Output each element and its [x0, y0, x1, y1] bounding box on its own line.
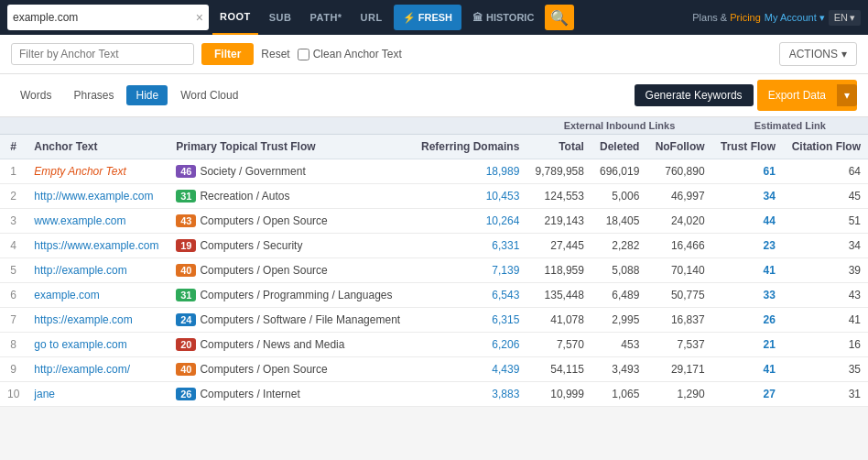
row-nofollow: 46,997 [646, 184, 711, 209]
row-trust-flow[interactable]: 33 [712, 283, 783, 308]
est-link-group-header: Estimated Link [712, 117, 868, 135]
row-trust-flow[interactable]: 41 [712, 357, 783, 382]
table-row: 8go to example.com20Computers / News and… [0, 333, 868, 357]
actions-button[interactable]: ACTIONS ▾ [779, 42, 857, 66]
tab-bar: Words Phrases Hide Word Cloud Generate K… [0, 74, 868, 117]
row-ref-domains[interactable]: 6,206 [412, 333, 527, 357]
search-go-button[interactable]: 🔍 [545, 5, 574, 30]
col-total[interactable]: Total [526, 135, 591, 159]
row-nofollow: 7,537 [646, 333, 711, 357]
row-ref-domains[interactable]: 7,139 [412, 258, 527, 283]
tab-words[interactable]: Words [11, 85, 60, 105]
table-row: 10jane26Computers / Internet3,88310,9991… [0, 382, 868, 407]
row-anchor[interactable]: http://example.com/ [27, 357, 168, 382]
table-container: External Inbound Links Estimated Link # … [0, 117, 868, 407]
filter-input[interactable] [11, 43, 194, 65]
row-citation-flow: 43 [783, 283, 868, 308]
row-trust-flow[interactable]: 23 [712, 234, 783, 258]
url-button[interactable]: URL [353, 0, 390, 35]
row-ref-domains[interactable]: 6,315 [412, 308, 527, 333]
tab-phrases[interactable]: Phrases [64, 85, 123, 105]
row-total: 41,078 [526, 308, 591, 333]
row-deleted: 2,282 [591, 234, 646, 258]
row-anchor[interactable]: jane [27, 382, 168, 407]
row-anchor[interactable]: http://example.com [27, 258, 168, 283]
table-row: 2http://www.example.com31Recreation / Au… [0, 184, 868, 209]
row-ref-domains[interactable]: 6,331 [412, 234, 527, 258]
row-trust-flow[interactable]: 61 [712, 159, 783, 184]
row-total: 9,789,958 [526, 159, 591, 184]
table-body: 1Empty Anchor Text46Society / Government… [0, 159, 868, 407]
row-anchor[interactable]: http://www.example.com [27, 184, 168, 209]
plans-pricing-link[interactable]: Plans & Pricing [692, 12, 761, 23]
empty-group-header [0, 117, 412, 135]
col-trust-flow[interactable]: Trust Flow [712, 135, 783, 159]
historic-icon: 🏛 [472, 12, 483, 23]
row-nofollow: 24,020 [646, 209, 711, 234]
root-button[interactable]: ROOT [212, 0, 258, 35]
row-num: 4 [0, 234, 27, 258]
row-anchor[interactable]: Empty Anchor Text [27, 159, 168, 184]
table-row: 4https://www.example.com19Computers / Se… [0, 234, 868, 258]
sub-button[interactable]: SUB [262, 0, 299, 35]
export-arrow-icon[interactable]: ▾ [837, 84, 857, 106]
reset-button[interactable]: Reset [261, 48, 289, 60]
row-num: 7 [0, 308, 27, 333]
path-button[interactable]: PATH* [303, 0, 350, 35]
row-ref-domains[interactable]: 10,264 [412, 209, 527, 234]
historic-button[interactable]: 🏛 HISTORIC [465, 0, 541, 35]
export-data-button[interactable]: Export Data ▾ [757, 80, 857, 111]
clean-anchor-label[interactable]: Clean Anchor Text [298, 48, 402, 60]
filter-button[interactable]: Filter [201, 43, 254, 65]
table-row: 3www.example.com43Computers / Open Sourc… [0, 209, 868, 234]
col-citation-flow[interactable]: Citation Flow [783, 135, 868, 159]
row-citation-flow: 64 [783, 159, 868, 184]
group-header-row: External Inbound Links Estimated Link [0, 117, 868, 135]
row-ref-domains[interactable]: 3,883 [412, 382, 527, 407]
row-anchor[interactable]: https://www.example.com [27, 234, 168, 258]
row-num: 5 [0, 258, 27, 283]
row-ref-domains[interactable]: 18,989 [412, 159, 527, 184]
clear-search-icon[interactable]: × [196, 10, 203, 25]
row-anchor[interactable]: www.example.com [27, 209, 168, 234]
row-num: 1 [0, 159, 27, 184]
my-account-link[interactable]: My Account ▾ [765, 12, 825, 24]
row-topical: 43Computers / Open Source [168, 209, 412, 234]
col-topical[interactable]: Primary Topical Trust Flow [168, 135, 412, 159]
row-topical: 24Computers / Software / File Management [168, 308, 412, 333]
table-row: 6example.com31Computers / Programming / … [0, 283, 868, 308]
row-topical: 31Computers / Programming / Languages [168, 283, 412, 308]
row-total: 219,143 [526, 209, 591, 234]
fresh-button[interactable]: ⚡ FRESH [394, 5, 461, 30]
row-total: 10,999 [526, 382, 591, 407]
row-total: 135,448 [526, 283, 591, 308]
row-ref-domains[interactable]: 4,439 [412, 357, 527, 382]
row-nofollow: 50,775 [646, 283, 711, 308]
col-anchor-text[interactable]: Anchor Text [27, 135, 168, 159]
generate-keywords-button[interactable]: Generate Keywords [635, 84, 754, 106]
row-anchor[interactable]: example.com [27, 283, 168, 308]
row-trust-flow[interactable]: 21 [712, 333, 783, 357]
ext-inbound-group-header: External Inbound Links [526, 117, 711, 135]
col-ref-domains[interactable]: Referring Domains [412, 135, 527, 159]
search-input[interactable] [13, 11, 196, 24]
navbar: × ROOT SUB PATH* URL ⚡ FRESH 🏛 HISTORIC … [0, 0, 868, 35]
row-trust-flow[interactable]: 26 [712, 308, 783, 333]
row-ref-domains[interactable]: 6,543 [412, 283, 527, 308]
row-trust-flow[interactable]: 27 [712, 382, 783, 407]
row-ref-domains[interactable]: 10,453 [412, 184, 527, 209]
row-trust-flow[interactable]: 44 [712, 209, 783, 234]
table-row: 9http://example.com/40Computers / Open S… [0, 357, 868, 382]
col-nofollow[interactable]: NoFollow [646, 135, 711, 159]
row-anchor[interactable]: https://example.com [27, 308, 168, 333]
row-anchor[interactable]: go to example.com [27, 333, 168, 357]
row-trust-flow[interactable]: 41 [712, 258, 783, 283]
col-num: # [0, 135, 27, 159]
language-selector[interactable]: EN ▾ [829, 10, 861, 26]
tab-word-cloud[interactable]: Word Cloud [171, 85, 247, 105]
col-deleted[interactable]: Deleted [591, 135, 646, 159]
row-topical: 19Computers / Security [168, 234, 412, 258]
row-trust-flow[interactable]: 34 [712, 184, 783, 209]
clean-anchor-checkbox[interactable] [298, 49, 309, 60]
tab-hide[interactable]: Hide [126, 85, 168, 105]
